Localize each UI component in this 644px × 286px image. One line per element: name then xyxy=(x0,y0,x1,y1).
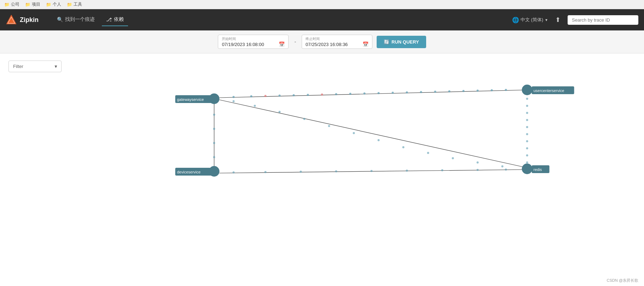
folder-icon: 📁 xyxy=(25,2,30,7)
bookmark-personal[interactable]: 📁 个人 xyxy=(46,1,61,7)
bookmarks-bar: 📁 公司 📁 项目 📁 个人 📁 工具 xyxy=(0,0,644,9)
svg-rect-69 xyxy=(175,168,213,176)
svg-point-12 xyxy=(321,93,323,96)
svg-point-29 xyxy=(303,118,306,120)
toolbar: 开始时间 07/19/2023 16:08:00 📅 - 终止时间 07/25/… xyxy=(0,30,644,53)
svg-point-14 xyxy=(349,93,352,95)
svg-point-44 xyxy=(441,169,443,171)
svg-point-36 xyxy=(477,161,479,164)
svg-point-34 xyxy=(427,152,429,154)
svg-rect-67 xyxy=(532,86,574,94)
upload-button[interactable]: ⬆ xyxy=(552,15,563,25)
svg-point-62 xyxy=(522,85,532,95)
nav-dependency[interactable]: ⎇ 依赖 xyxy=(102,13,128,26)
svg-text:deviceservice: deviceservice xyxy=(177,170,201,174)
svg-point-7 xyxy=(250,95,253,97)
svg-point-31 xyxy=(353,132,355,134)
svg-point-52 xyxy=(526,105,528,107)
svg-point-33 xyxy=(402,146,405,148)
svg-point-15 xyxy=(364,92,366,95)
nav-find-trace[interactable]: 🔍 找到一个痕迹 xyxy=(53,13,99,26)
end-date-field[interactable]: 终止时间 07/25/2023 16:08:36 📅 xyxy=(302,35,372,49)
svg-rect-71 xyxy=(532,165,550,173)
svg-point-26 xyxy=(233,100,235,102)
logo-text: Zipkin xyxy=(20,16,39,24)
svg-point-43 xyxy=(406,170,408,172)
svg-point-59 xyxy=(526,154,528,156)
svg-point-46 xyxy=(505,168,507,171)
svg-point-10 xyxy=(293,94,295,96)
svg-point-37 xyxy=(501,165,504,167)
end-date-value: 07/25/2023 16:08:36 xyxy=(306,42,348,47)
svg-text:redis: redis xyxy=(534,167,542,172)
content-area: Filter ▼ xyxy=(0,53,644,286)
svg-point-35 xyxy=(452,157,454,159)
svg-point-13 xyxy=(335,93,337,95)
filter-container: Filter ▼ xyxy=(8,61,62,72)
svg-point-55 xyxy=(526,126,528,128)
footer: CSDN @东昇长歌 xyxy=(607,278,638,283)
language-selector[interactable]: 🌐 中文 (简体) ▼ xyxy=(512,17,548,23)
svg-point-22 xyxy=(463,90,465,92)
graph-svg: gatewayservice usercenterservice devices… xyxy=(8,79,636,263)
header: Zipkin 🔍 找到一个痕迹 ⎇ 依赖 🌐 中文 (简体) ▼ ⬆ xyxy=(0,9,644,30)
svg-point-17 xyxy=(392,92,394,94)
svg-point-41 xyxy=(335,170,337,172)
svg-line-5 xyxy=(220,170,527,173)
lang-chevron-icon: ▼ xyxy=(545,18,548,22)
svg-point-45 xyxy=(477,169,479,171)
bookmark-project[interactable]: 📁 项目 xyxy=(25,1,40,7)
svg-point-23 xyxy=(477,90,479,92)
svg-point-24 xyxy=(491,89,493,91)
svg-point-64 xyxy=(522,164,532,174)
svg-point-28 xyxy=(279,111,281,113)
logo-area: Zipkin xyxy=(6,14,39,25)
svg-line-2 xyxy=(220,90,527,98)
svg-point-6 xyxy=(233,96,235,98)
dependency-graph: gatewayservice usercenterservice devices… xyxy=(8,79,636,263)
main-nav: 🔍 找到一个痕迹 ⎇ 依赖 xyxy=(53,13,128,26)
svg-rect-65 xyxy=(175,95,213,103)
svg-point-21 xyxy=(448,90,451,92)
bookmark-tools[interactable]: 📁 工具 xyxy=(67,1,82,7)
date-separator: - xyxy=(293,39,297,45)
folder-icon: 📁 xyxy=(67,2,72,7)
svg-point-20 xyxy=(434,91,436,93)
search-trace-input[interactable] xyxy=(568,15,638,25)
svg-point-8 xyxy=(265,95,267,97)
svg-point-58 xyxy=(526,147,528,149)
start-date-field[interactable]: 开始时间 07/19/2023 16:08:00 📅 xyxy=(218,35,289,49)
refresh-icon: 🔄 xyxy=(384,39,389,45)
svg-point-54 xyxy=(526,119,528,121)
zipkin-logo-icon xyxy=(6,14,17,25)
svg-point-9 xyxy=(279,95,281,97)
header-right: 🌐 中文 (简体) ▼ ⬆ xyxy=(512,15,638,25)
dependency-nav-icon: ⎇ xyxy=(106,17,112,22)
svg-point-57 xyxy=(526,140,528,142)
svg-point-39 xyxy=(265,171,267,173)
svg-point-53 xyxy=(526,112,528,114)
svg-point-48 xyxy=(213,128,215,130)
svg-point-51 xyxy=(526,98,528,100)
svg-point-38 xyxy=(233,171,235,173)
svg-point-32 xyxy=(378,139,380,141)
svg-point-11 xyxy=(307,94,309,96)
svg-point-60 xyxy=(526,161,528,164)
svg-point-30 xyxy=(328,125,330,127)
folder-icon: 📁 xyxy=(4,2,10,7)
svg-point-27 xyxy=(254,105,256,107)
end-date-label: 终止时间 xyxy=(306,36,369,41)
svg-point-25 xyxy=(505,89,507,91)
start-date-value: 07/19/2023 16:08:00 xyxy=(222,42,264,47)
filter-select[interactable]: Filter xyxy=(8,61,62,72)
bookmark-company[interactable]: 📁 公司 xyxy=(4,1,19,7)
svg-point-49 xyxy=(213,142,215,144)
start-calendar-icon[interactable]: 📅 xyxy=(279,41,285,47)
svg-text:usercenterservice: usercenterservice xyxy=(534,88,564,93)
run-query-button[interactable]: 🔄 RUN QUERY xyxy=(377,36,426,48)
svg-point-56 xyxy=(526,133,528,135)
svg-line-3 xyxy=(220,100,527,168)
end-calendar-icon[interactable]: 📅 xyxy=(362,41,369,47)
folder-icon: 📁 xyxy=(46,2,51,7)
translate-icon: 🌐 xyxy=(512,17,519,23)
